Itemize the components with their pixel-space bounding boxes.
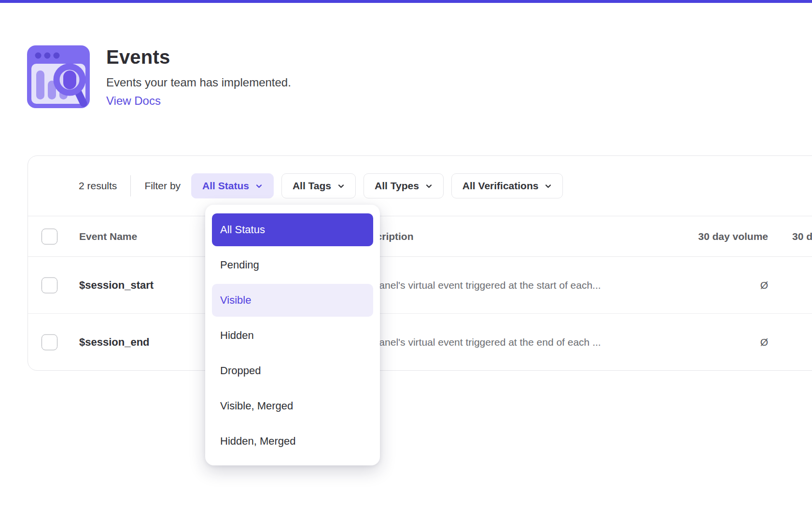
- events-table-card: 2 results Filter by All Status All Tags …: [28, 155, 812, 371]
- column-header-event-name: Event Name: [79, 231, 137, 242]
- filter-tags-button[interactable]: All Tags: [281, 173, 356, 198]
- status-option-visible[interactable]: Visible: [212, 284, 373, 317]
- column-header-30-day-volume: 30 day volume: [627, 231, 768, 242]
- column-header-clipped: 30 d: [792, 231, 812, 242]
- event-description: Mixpanel's virtual event triggered at th…: [358, 280, 601, 291]
- row-checkbox[interactable]: [42, 335, 57, 351]
- top-accent-bar: [0, 0, 812, 3]
- status-option-hidden[interactable]: Hidden: [212, 319, 373, 352]
- status-option-pending[interactable]: Pending: [212, 249, 373, 281]
- chevron-down-icon: [337, 182, 345, 190]
- status-option-visible-merged[interactable]: Visible, Merged: [212, 390, 373, 422]
- page-header: Events Events your team has implemented.…: [27, 45, 291, 108]
- status-option-all-status[interactable]: All Status: [212, 213, 373, 246]
- results-count: 2 results: [79, 180, 117, 192]
- table-row[interactable]: $session_end Mixpanel's virtual event tr…: [28, 314, 812, 371]
- event-30-day-volume: Ø: [627, 280, 768, 291]
- events-lexicon-icon: [27, 45, 90, 108]
- status-dropdown-menu: All Status Pending Visible Hidden Droppe…: [205, 205, 380, 465]
- filter-types-button[interactable]: All Types: [364, 173, 444, 198]
- row-checkbox[interactable]: [42, 277, 57, 293]
- table-row[interactable]: $session_start Mixpanel's virtual event …: [28, 257, 812, 314]
- filter-verifications-label: All Verifications: [462, 180, 539, 192]
- event-30-day-volume: Ø: [627, 337, 768, 348]
- filter-status-button[interactable]: All Status: [191, 173, 274, 198]
- chevron-down-icon: [425, 182, 433, 190]
- filter-status-label: All Status: [202, 180, 249, 192]
- event-description: Mixpanel's virtual event triggered at th…: [358, 337, 601, 348]
- status-option-dropped[interactable]: Dropped: [212, 354, 373, 387]
- view-docs-link[interactable]: View Docs: [106, 94, 161, 108]
- page-title: Events: [106, 46, 291, 68]
- filter-tags-label: All Tags: [293, 180, 331, 192]
- page-subtitle: Events your team has implemented.: [106, 76, 291, 89]
- filter-types-label: All Types: [375, 180, 419, 192]
- chevron-down-icon: [255, 182, 263, 190]
- chevron-down-icon: [545, 182, 552, 190]
- filter-verifications-button[interactable]: All Verifications: [451, 173, 563, 198]
- event-name: $session_start: [79, 279, 154, 292]
- divider: [130, 175, 131, 196]
- table-header-row: Event Name Description 30 day volume 30 …: [28, 216, 812, 257]
- event-name: $session_end: [79, 336, 150, 349]
- select-all-checkbox[interactable]: [42, 228, 57, 244]
- status-option-hidden-merged[interactable]: Hidden, Merged: [212, 425, 373, 458]
- filter-by-label: Filter by: [144, 180, 181, 192]
- filter-bar: 2 results Filter by All Status All Tags …: [28, 156, 812, 216]
